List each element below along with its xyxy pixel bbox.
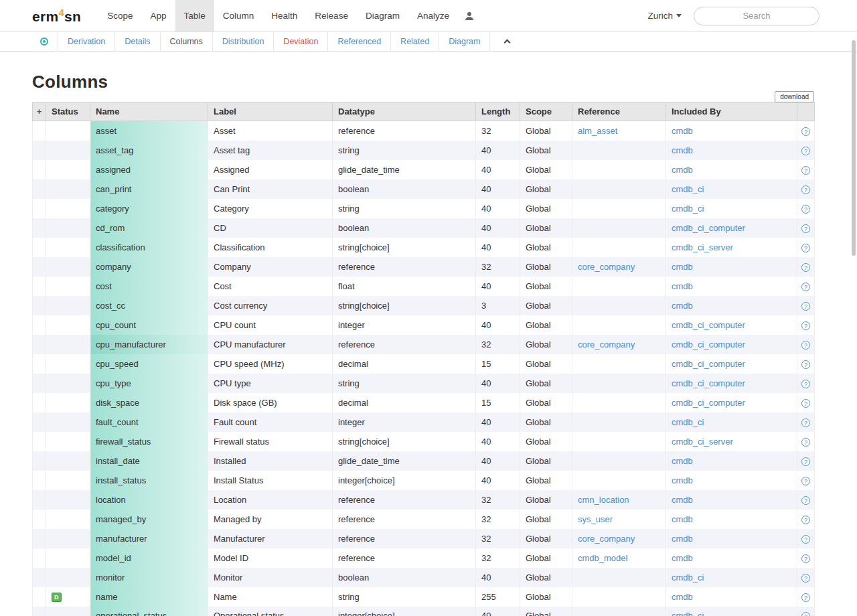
reference-link[interactable]: core_company bbox=[578, 262, 635, 272]
help-icon[interactable]: ? bbox=[801, 244, 810, 252]
tab-referenced[interactable]: Referenced bbox=[328, 32, 391, 51]
table-row[interactable]: asset_tagAsset tagstring40Globalcmdb? bbox=[33, 141, 815, 160]
included-by-link[interactable]: cmdb bbox=[672, 281, 693, 291]
column-header-datatype[interactable]: Datatype bbox=[333, 102, 476, 121]
help-icon[interactable]: ? bbox=[801, 612, 810, 616]
nav-item-release[interactable]: Release bbox=[306, 0, 357, 31]
reference-link[interactable]: core_company bbox=[578, 339, 635, 350]
included-by-link[interactable]: cmdb bbox=[672, 475, 693, 485]
included-by-link[interactable]: cmdb bbox=[672, 262, 693, 272]
help-icon[interactable]: ? bbox=[801, 283, 810, 291]
table-row[interactable]: DnameNamestring255Globalcmdb? bbox=[33, 587, 815, 607]
included-by-link[interactable]: cmdb_ci_computer bbox=[672, 378, 745, 388]
included-by-link[interactable]: cmdb_ci_computer bbox=[672, 339, 745, 350]
table-row[interactable]: cpu_typeCPU typestring40Globalcmdb_ci_co… bbox=[33, 374, 815, 393]
table-row[interactable]: cpu_manufacturerCPU manufacturerreferenc… bbox=[33, 335, 815, 354]
included-by-link[interactable]: cmdb bbox=[672, 456, 693, 466]
table-row[interactable]: assignedAssignedglide_date_time40Globalc… bbox=[33, 160, 815, 179]
table-row[interactable]: cd_romCDboolean40Globalcmdb_ci_computer? bbox=[33, 218, 815, 238]
included-by-link[interactable]: cmdb_ci_computer bbox=[672, 359, 745, 369]
column-header-included-by[interactable]: Included By bbox=[666, 102, 797, 121]
tab-diagram[interactable]: Diagram bbox=[439, 32, 490, 51]
table-row[interactable]: categoryCategorystring40Globalcmdb_ci? bbox=[33, 199, 815, 218]
included-by-link[interactable]: cmdb_ci_server bbox=[672, 242, 733, 252]
help-icon[interactable]: ? bbox=[801, 205, 810, 214]
help-icon[interactable]: ? bbox=[801, 593, 810, 602]
help-icon[interactable]: ? bbox=[801, 127, 810, 136]
column-header-name[interactable]: Name bbox=[90, 102, 208, 121]
reference-link[interactable]: alm_asset bbox=[578, 126, 617, 136]
table-row[interactable]: assetAssetreference32Globalalm_assetcmdb… bbox=[33, 121, 815, 141]
help-icon[interactable]: ? bbox=[801, 302, 810, 311]
help-icon[interactable]: ? bbox=[801, 147, 810, 155]
help-icon[interactable]: ? bbox=[801, 185, 810, 194]
reference-link[interactable]: core_company bbox=[578, 534, 635, 544]
table-row[interactable]: fault_countFault countinteger40Globalcmd… bbox=[33, 412, 815, 432]
column-header-reference[interactable]: Reference bbox=[572, 102, 666, 121]
column-header-status[interactable]: Status bbox=[46, 102, 90, 121]
included-by-link[interactable]: cmdb bbox=[672, 495, 693, 505]
reference-link[interactable]: cmn_location bbox=[578, 495, 629, 505]
table-row[interactable]: cost_ccCost currencystring[choice]3Globa… bbox=[33, 296, 815, 315]
table-row[interactable]: install_dateInstalledglide_date_time40Gl… bbox=[33, 451, 815, 471]
nav-item-diagram[interactable]: Diagram bbox=[357, 0, 408, 31]
table-row[interactable]: classificationClassificationstring[choic… bbox=[33, 238, 815, 257]
column-header-length[interactable]: Length bbox=[476, 102, 520, 121]
column-header-scope[interactable]: Scope bbox=[520, 102, 572, 121]
help-icon[interactable]: ? bbox=[801, 554, 810, 563]
help-icon[interactable]: ? bbox=[801, 224, 810, 233]
table-row[interactable]: install_statusInstall Statusinteger[choi… bbox=[33, 471, 815, 490]
add-column-header[interactable]: + bbox=[33, 102, 46, 121]
nav-item-table[interactable]: Table bbox=[175, 0, 214, 31]
included-by-link[interactable]: cmdb_ci_computer bbox=[672, 398, 745, 408]
table-row[interactable]: can_printCan Printboolean40Globalcmdb_ci… bbox=[33, 179, 815, 199]
table-row[interactable]: companyCompanyreference32Globalcore_comp… bbox=[33, 257, 815, 277]
tab-columns[interactable]: Columns bbox=[161, 32, 213, 51]
search-input[interactable] bbox=[694, 7, 820, 25]
help-icon[interactable]: ? bbox=[801, 341, 810, 350]
included-by-link[interactable]: cmdb_ci bbox=[672, 572, 704, 583]
included-by-link[interactable]: cmdb_ci_computer bbox=[672, 320, 745, 330]
table-row[interactable]: managed_byManaged byreference32Globalsys… bbox=[33, 510, 815, 529]
included-by-link[interactable]: cmdb_ci bbox=[672, 184, 704, 194]
vertical-scrollbar[interactable] bbox=[852, 40, 856, 256]
included-by-link[interactable]: cmdb bbox=[672, 165, 693, 175]
download-button[interactable]: download bbox=[775, 91, 814, 102]
included-by-link[interactable]: cmdb_ci_computer bbox=[672, 223, 745, 233]
included-by-link[interactable]: cmdb bbox=[672, 126, 693, 136]
included-by-link[interactable]: cmdb bbox=[672, 553, 693, 563]
help-icon[interactable]: ? bbox=[801, 321, 810, 330]
reference-link[interactable]: sys_user bbox=[578, 514, 613, 524]
help-icon[interactable]: ? bbox=[801, 516, 810, 524]
included-by-link[interactable]: cmdb bbox=[672, 145, 693, 155]
help-icon[interactable]: ? bbox=[801, 418, 810, 427]
help-icon[interactable]: ? bbox=[801, 457, 810, 466]
help-icon[interactable]: ? bbox=[801, 438, 810, 447]
region-selector[interactable]: Zurich bbox=[647, 11, 682, 21]
included-by-link[interactable]: cmdb bbox=[672, 534, 693, 544]
nav-item-column[interactable]: Column bbox=[214, 0, 263, 31]
column-header-label[interactable]: Label bbox=[208, 102, 333, 121]
table-row[interactable]: model_idModel IDreference32Globalcmdb_mo… bbox=[33, 548, 815, 568]
table-row[interactable]: monitorMonitorboolean40Globalcmdb_ci? bbox=[33, 568, 815, 587]
table-row[interactable]: costCostfloat40Globalcmdb? bbox=[33, 277, 815, 296]
table-row[interactable]: cpu_speedCPU speed (MHz)decimal15Globalc… bbox=[33, 354, 815, 374]
help-icon[interactable]: ? bbox=[801, 166, 810, 175]
help-icon[interactable]: ? bbox=[801, 535, 810, 544]
tab-derivation[interactable]: Derivation bbox=[58, 32, 115, 51]
help-icon[interactable]: ? bbox=[801, 496, 810, 505]
help-icon[interactable]: ? bbox=[801, 380, 810, 388]
nav-item-scope[interactable]: Scope bbox=[98, 0, 141, 31]
nav-item-health[interactable]: Health bbox=[262, 0, 306, 31]
reference-link[interactable]: cmdb_model bbox=[578, 553, 627, 563]
user-icon[interactable] bbox=[463, 10, 475, 22]
tab-deviation[interactable]: Deviation bbox=[274, 32, 328, 51]
included-by-link[interactable]: cmdb_ci bbox=[672, 204, 704, 214]
help-icon[interactable]: ? bbox=[801, 360, 810, 369]
table-row[interactable]: firewall_statusFirewall statusstring[cho… bbox=[33, 432, 815, 451]
collapse-panel-icon[interactable] bbox=[504, 40, 511, 46]
tab-details[interactable]: Details bbox=[115, 32, 160, 51]
tab-distribution[interactable]: Distribution bbox=[213, 32, 275, 51]
help-icon[interactable]: ? bbox=[801, 263, 810, 272]
included-by-link[interactable]: cmdb bbox=[672, 514, 693, 524]
